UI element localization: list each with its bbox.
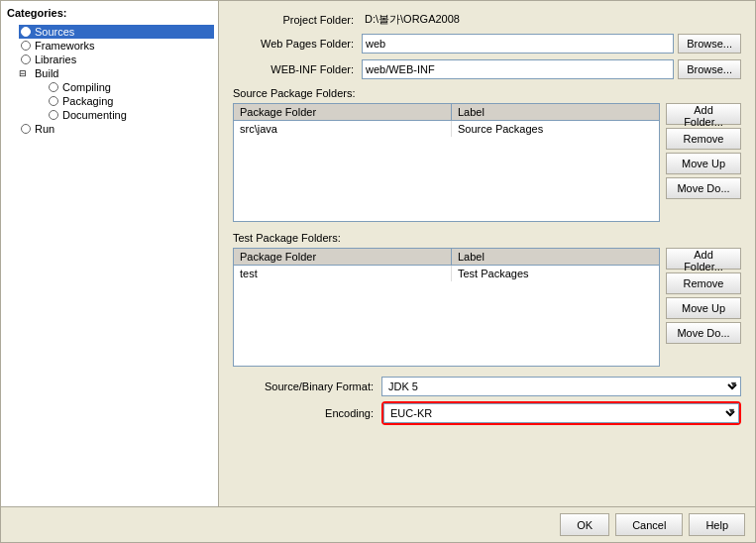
source-row-label: Source Packages bbox=[452, 121, 659, 137]
sidebar-item-documenting[interactable]: Documenting bbox=[47, 108, 214, 122]
source-package-folders-label: Source Package Folders: bbox=[233, 87, 741, 99]
encoding-row: Encoding: EUC-KRUTF-8ISO-8859-1 bbox=[233, 401, 741, 425]
source-remove-button[interactable]: Remove bbox=[666, 128, 741, 150]
web-inf-browse-button[interactable]: Browse... bbox=[678, 59, 741, 79]
test-col-label: Label bbox=[452, 249, 659, 265]
sidebar-item-packaging[interactable]: Packaging bbox=[47, 94, 214, 108]
test-row-folder: test bbox=[234, 266, 452, 281]
bullet-icon bbox=[21, 27, 31, 37]
bullet-icon bbox=[49, 96, 58, 106]
test-package-folders-label: Test Package Folders: bbox=[233, 232, 741, 244]
test-table-header: Package Folder Label bbox=[234, 249, 659, 266]
project-folder-value: D:\볼가\ORGA2008 bbox=[362, 11, 741, 28]
sidebar-item-label: Compiling bbox=[62, 81, 111, 93]
bottom-section: Source/Binary Format: JDK 5 Encoding: EU… bbox=[233, 377, 741, 425]
web-pages-browse-button[interactable]: Browse... bbox=[678, 34, 741, 54]
source-binary-format-select-wrapper: JDK 5 bbox=[381, 377, 741, 396]
encoding-select-wrapper: EUC-KRUTF-8ISO-8859-1 bbox=[381, 401, 741, 425]
sidebar-item-compiling[interactable]: Compiling bbox=[47, 80, 214, 94]
source-row-folder: src\java bbox=[234, 121, 452, 137]
source-move-down-button[interactable]: Move Do... bbox=[666, 177, 741, 199]
bullet-icon bbox=[49, 82, 58, 92]
ok-button[interactable]: OK bbox=[560, 513, 609, 536]
sidebar-item-run[interactable]: Run bbox=[19, 122, 214, 136]
source-binary-format-label: Source/Binary Format: bbox=[233, 380, 381, 392]
test-packages-container: Package Folder Label test Test Packages … bbox=[233, 248, 741, 367]
test-col-folder: Package Folder bbox=[234, 249, 452, 265]
sidebar-item-label: Documenting bbox=[62, 109, 127, 121]
web-inf-folder-label: WEB-INF Folder: bbox=[233, 63, 362, 75]
test-remove-button[interactable]: Remove bbox=[666, 272, 741, 294]
bullet-icon bbox=[21, 54, 31, 64]
project-properties-dialog: Categories: Sources Frameworks Libraries… bbox=[0, 0, 756, 543]
test-move-up-button[interactable]: Move Up bbox=[666, 297, 741, 319]
sidebar-item-frameworks[interactable]: Frameworks bbox=[19, 39, 214, 53]
test-table-body: test Test Packages bbox=[234, 266, 659, 281]
encoding-label: Encoding: bbox=[233, 407, 381, 419]
source-move-up-button[interactable]: Move Up bbox=[666, 153, 741, 174]
sidebar-item-label: Libraries bbox=[35, 54, 76, 65]
test-add-folder-button[interactable]: Add Folder... bbox=[666, 248, 741, 270]
source-col-folder: Package Folder bbox=[234, 104, 452, 120]
web-inf-folder-row: WEB-INF Folder: Browse... bbox=[233, 59, 741, 79]
project-folder-row: Project Folder: D:\볼가\ORGA2008 bbox=[233, 11, 741, 28]
source-packages-table: Package Folder Label src\java Source Pac… bbox=[233, 103, 660, 222]
encoding-select[interactable]: EUC-KRUTF-8ISO-8859-1 bbox=[383, 403, 739, 423]
categories-label: Categories: bbox=[5, 5, 214, 21]
bullet-icon bbox=[21, 124, 31, 134]
sidebar-item-label: Sources bbox=[35, 26, 74, 38]
source-packages-container: Package Folder Label src\java Source Pac… bbox=[233, 103, 741, 222]
source-table-header: Package Folder Label bbox=[234, 104, 659, 121]
sidebar-item-sources[interactable]: Sources bbox=[19, 25, 214, 39]
source-col-label: Label bbox=[452, 104, 659, 120]
sidebar-item-label: Build bbox=[35, 67, 58, 79]
sidebar-item-libraries[interactable]: Libraries bbox=[19, 53, 214, 66]
dialog-footer: OK Cancel Help bbox=[1, 506, 755, 542]
sidebar-item-label: Frameworks bbox=[35, 40, 95, 52]
sidebar-item-build-row: ⊟ Build bbox=[19, 66, 214, 80]
source-binary-format-row: Source/Binary Format: JDK 5 bbox=[233, 377, 741, 396]
tree-toggle-build[interactable]: ⊟ bbox=[19, 68, 31, 78]
test-packages-table: Package Folder Label test Test Packages bbox=[233, 248, 660, 367]
table-row[interactable]: test Test Packages bbox=[234, 266, 659, 281]
categories-panel: Categories: Sources Frameworks Libraries… bbox=[1, 1, 219, 506]
test-row-label: Test Packages bbox=[452, 266, 659, 281]
web-inf-folder-input[interactable] bbox=[362, 59, 674, 79]
test-table-buttons: Add Folder... Remove Move Up Move Do... bbox=[666, 248, 741, 367]
sidebar-item-build[interactable]: Build bbox=[33, 66, 214, 80]
project-folder-label: Project Folder: bbox=[233, 14, 362, 26]
source-add-folder-button[interactable]: Add Folder... bbox=[666, 103, 741, 125]
source-table-body: src\java Source Packages bbox=[234, 121, 659, 137]
bullet-icon bbox=[21, 41, 31, 51]
help-button[interactable]: Help bbox=[689, 513, 745, 536]
source-binary-format-select[interactable]: JDK 5 bbox=[381, 377, 741, 396]
settings-panel: Project Folder: D:\볼가\ORGA2008 Web Pages… bbox=[219, 1, 755, 506]
sidebar-item-label: Run bbox=[35, 123, 54, 135]
sidebar-item-label: Packaging bbox=[62, 95, 113, 107]
web-pages-folder-row: Web Pages Folder: Browse... bbox=[233, 34, 741, 54]
web-pages-folder-input[interactable] bbox=[362, 34, 674, 54]
source-table-buttons: Add Folder... Remove Move Up Move Do... bbox=[666, 103, 741, 222]
table-row[interactable]: src\java Source Packages bbox=[234, 121, 659, 137]
bullet-icon bbox=[49, 110, 58, 120]
cancel-button[interactable]: Cancel bbox=[615, 513, 683, 536]
test-move-down-button[interactable]: Move Do... bbox=[666, 322, 741, 344]
web-pages-folder-label: Web Pages Folder: bbox=[233, 38, 362, 50]
